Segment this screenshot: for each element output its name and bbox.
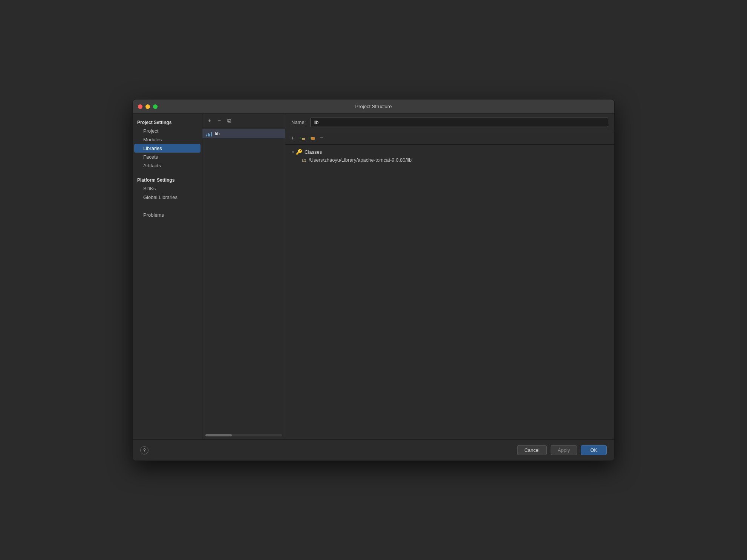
- path-label: /Users/zhaoyu/Library/apache-tomcat-9.0.…: [309, 157, 412, 163]
- platform-settings-header: Platform Settings: [133, 174, 202, 184]
- tree-path-item[interactable]: 🗂 /Users/zhaoyu/Library/apache-tomcat-9.…: [285, 156, 614, 164]
- middle-toolbar: + − ⧉: [202, 114, 285, 127]
- help-button[interactable]: ?: [140, 446, 148, 454]
- close-button[interactable]: [138, 104, 142, 109]
- svg-rect-3: [311, 137, 315, 140]
- chevron-down-icon: ▾: [290, 150, 296, 154]
- classes-label: Classes: [305, 149, 322, 155]
- project-settings-header: Project Settings: [133, 117, 202, 127]
- middle-scrollbar-thumb[interactable]: [205, 434, 232, 436]
- library-icon: [206, 131, 212, 136]
- tree-classes-item[interactable]: ▾ 🔑 Classes: [285, 148, 614, 156]
- maximize-button[interactable]: [153, 104, 158, 109]
- sidebar-item-problems[interactable]: Problems: [133, 211, 202, 219]
- svg-text:+: +: [300, 136, 302, 140]
- content-tree: ▾ 🔑 Classes 🗂 /Users/zhaoyu/Library/apac…: [285, 145, 614, 439]
- sidebar-item-facets[interactable]: Facets: [133, 153, 202, 161]
- ok-button[interactable]: OK: [581, 445, 607, 455]
- project-structure-window: Project Structure Project Settings Proje…: [132, 99, 615, 461]
- sidebar-item-libraries[interactable]: Libraries: [134, 144, 201, 153]
- add-content-button[interactable]: +: [288, 134, 297, 142]
- middle-panel: + − ⧉ lib: [202, 114, 285, 439]
- remove-library-button[interactable]: −: [215, 116, 223, 125]
- cancel-button[interactable]: Cancel: [517, 445, 546, 455]
- folder-icon: 🗂: [302, 158, 306, 163]
- name-label: Name:: [291, 119, 306, 125]
- content-toolbar: + + + −: [285, 131, 614, 145]
- copy-library-button[interactable]: ⧉: [225, 116, 233, 125]
- right-panel: Name: + + +: [285, 114, 614, 439]
- bottom-right: Cancel Apply OK: [517, 445, 607, 455]
- library-item-lib[interactable]: lib: [202, 129, 285, 138]
- svg-text:+: +: [309, 136, 311, 140]
- svg-rect-4: [311, 137, 313, 138]
- middle-scrollbar[interactable]: [205, 434, 282, 436]
- titlebar: Project Structure: [133, 99, 614, 114]
- sidebar-item-project[interactable]: Project: [133, 127, 202, 135]
- name-row: Name:: [285, 114, 614, 131]
- bottom-bar: ? Cancel Apply OK: [133, 439, 614, 461]
- add-content-button-2[interactable]: +: [298, 134, 306, 142]
- sidebar-item-artifacts[interactable]: Artifacts: [133, 161, 202, 170]
- library-name: lib: [215, 131, 220, 136]
- sidebar-separator-2: [133, 202, 202, 206]
- window-title: Project Structure: [355, 104, 392, 109]
- remove-content-button[interactable]: −: [318, 134, 326, 142]
- sidebar-separator-3: [133, 206, 202, 211]
- sidebar-item-modules[interactable]: Modules: [133, 135, 202, 144]
- sidebar-item-global-libraries[interactable]: Global Libraries: [133, 193, 202, 202]
- sidebar: Project Settings Project Modules Librari…: [133, 114, 202, 439]
- add-library-button[interactable]: +: [205, 116, 214, 125]
- sidebar-item-sdks[interactable]: SDKs: [133, 184, 202, 193]
- classes-icon: 🔑: [296, 149, 302, 155]
- main-content: Project Settings Project Modules Librari…: [133, 114, 614, 439]
- sidebar-separator: [133, 170, 202, 174]
- apply-button[interactable]: Apply: [551, 445, 577, 455]
- svg-rect-1: [302, 138, 305, 140]
- minimize-button[interactable]: [145, 104, 150, 109]
- name-input[interactable]: [310, 118, 608, 127]
- add-content-button-3[interactable]: +: [308, 134, 316, 142]
- bottom-left: ?: [140, 446, 148, 454]
- library-list: lib: [202, 127, 285, 434]
- traffic-lights: [138, 104, 158, 109]
